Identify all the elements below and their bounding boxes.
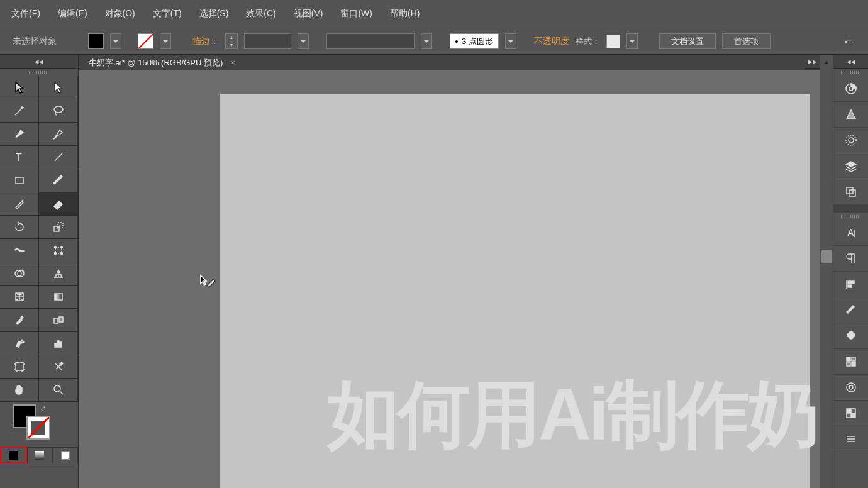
tools-collapse-tab[interactable]: ◂◂: [0, 55, 78, 69]
transform-panel-icon[interactable]: [833, 426, 868, 452]
transparency-panel-icon[interactable]: [833, 401, 868, 426]
appearance-panel-icon[interactable]: [833, 128, 868, 153]
preferences-button[interactable]: 首选项: [722, 33, 771, 49]
vertical-scrollbar[interactable]: ▲: [820, 55, 833, 488]
svg-point-19: [23, 341, 24, 343]
symbols-panel-icon[interactable]: [833, 323, 868, 349]
document-setup-button[interactable]: 文档设置: [659, 33, 716, 49]
right-grip[interactable]: [833, 69, 868, 76]
color-guide-panel-icon[interactable]: [833, 102, 868, 128]
shape-builder-tool[interactable]: [0, 262, 39, 286]
fill-dropdown[interactable]: [110, 33, 121, 49]
fill-stroke-control[interactable]: ⤢: [0, 402, 78, 447]
slice-tool[interactable]: [39, 355, 78, 379]
stroke-weight-arrow[interactable]: [298, 33, 309, 49]
blend-tool[interactable]: [39, 309, 78, 332]
svg-rect-24: [16, 363, 23, 370]
stroke-color-swatch[interactable]: [26, 416, 50, 440]
symbol-sprayer-tool[interactable]: [0, 332, 39, 355]
curvature-tool[interactable]: [39, 123, 78, 146]
menu-file[interactable]: 文件(F): [11, 8, 40, 19]
menu-view[interactable]: 视图(V): [294, 8, 323, 19]
gradient-tool[interactable]: [39, 286, 78, 309]
zoom-tool[interactable]: [39, 379, 78, 402]
color-mode-row: [0, 447, 78, 463]
direct-selection-tool[interactable]: [39, 76, 78, 99]
selection-tool[interactable]: [0, 76, 39, 99]
color-panel-icon[interactable]: [833, 76, 868, 102]
mesh-tool[interactable]: [0, 286, 39, 309]
perspective-grid-tool[interactable]: [39, 262, 78, 286]
menu-bar: 文件(F) 编辑(E) 对象(O) 文字(T) 选择(S) 效果(C) 视图(V…: [0, 0, 868, 28]
tab-close-icon[interactable]: ×: [230, 58, 235, 67]
column-graph-tool[interactable]: [39, 332, 78, 355]
tools-grip[interactable]: [0, 69, 78, 76]
svg-line-3: [55, 153, 62, 161]
lasso-tool[interactable]: [39, 99, 78, 123]
profile-arrow[interactable]: [505, 33, 516, 49]
control-expand-icon[interactable]: ▪≡: [845, 36, 850, 47]
color-mode-solid[interactable]: [0, 447, 27, 463]
stroke-weight-dropdown[interactable]: [244, 33, 291, 49]
style-arrow[interactable]: [626, 33, 638, 49]
color-mode-gradient[interactable]: [27, 447, 53, 463]
graphic-style-swatch[interactable]: [606, 35, 620, 48]
menu-window[interactable]: 窗口(W): [340, 8, 372, 19]
stroke-weight-stepper[interactable]: ▲▼: [225, 33, 238, 49]
right-collapse-tab[interactable]: ◂◂: [833, 55, 868, 69]
scale-tool[interactable]: [39, 216, 78, 239]
stroke-dropdown[interactable]: [160, 33, 171, 49]
width-tool[interactable]: [0, 239, 39, 262]
fill-swatch[interactable]: [88, 33, 104, 49]
svg-rect-40: [852, 362, 855, 366]
type-tool[interactable]: T: [0, 146, 39, 169]
hand-tool[interactable]: [0, 379, 39, 402]
artboards-panel-icon[interactable]: [833, 179, 868, 205]
svg-rect-17: [59, 317, 63, 322]
swap-fill-stroke-icon[interactable]: ⤢: [40, 404, 46, 413]
variable-width-profile[interactable]: 3 点圆形: [450, 33, 499, 49]
stroke-swatch[interactable]: [138, 33, 153, 49]
scroll-thumb[interactable]: [821, 250, 832, 263]
menu-object[interactable]: 对象(O): [105, 8, 135, 19]
svg-text:T: T: [16, 152, 22, 163]
pencil-tool[interactable]: [0, 192, 39, 216]
pen-tool[interactable]: [0, 123, 39, 146]
color-mode-none[interactable]: [52, 447, 78, 463]
menu-effect[interactable]: 效果(C): [246, 8, 275, 19]
free-transform-tool[interactable]: [39, 239, 78, 262]
menu-select[interactable]: 选择(S): [199, 8, 229, 19]
svg-point-9: [60, 247, 62, 248]
brushes-panel-icon[interactable]: [833, 297, 868, 323]
svg-rect-35: [848, 281, 854, 284]
document-tab[interactable]: 牛奶字.ai* @ 150% (RGB/GPU 预览): [89, 57, 223, 69]
paintbrush-tool[interactable]: [39, 169, 78, 192]
canvas-text-object[interactable]: 如何用Ai制作奶: [327, 366, 818, 464]
align-panel-icon[interactable]: [833, 272, 868, 297]
opacity-label[interactable]: 不透明度: [534, 36, 569, 47]
menu-help[interactable]: 帮助(H): [390, 8, 420, 19]
brush-definition-arrow[interactable]: [421, 33, 432, 49]
brush-definition-dropdown[interactable]: [326, 33, 415, 49]
stroke-label[interactable]: 描边：: [192, 36, 219, 47]
rotate-tool[interactable]: [0, 216, 39, 239]
right-grip-2[interactable]: [833, 213, 868, 220]
artboard-tool[interactable]: [0, 355, 39, 379]
magic-wand-tool[interactable]: [0, 99, 39, 123]
character-panel-icon[interactable]: A: [833, 220, 868, 246]
svg-rect-39: [847, 362, 850, 366]
swatches-panel-icon[interactable]: [833, 349, 868, 375]
menu-edit[interactable]: 编辑(E): [58, 8, 87, 19]
eyedropper-tool[interactable]: [0, 309, 39, 332]
canvas-collapse-right[interactable]: ▸▸: [805, 55, 820, 69]
scroll-up-icon[interactable]: ▲: [823, 58, 830, 65]
paragraph-panel-icon[interactable]: [833, 246, 868, 272]
layers-panel-icon[interactable]: [833, 153, 868, 179]
rectangle-tool[interactable]: [0, 169, 39, 192]
svg-point-42: [849, 385, 853, 389]
svg-point-28: [846, 135, 856, 145]
line-segment-tool[interactable]: [39, 146, 78, 169]
stroke-panel-icon[interactable]: [833, 375, 868, 401]
menu-type[interactable]: 文字(T): [153, 8, 182, 19]
eraser-tool[interactable]: [39, 192, 78, 216]
